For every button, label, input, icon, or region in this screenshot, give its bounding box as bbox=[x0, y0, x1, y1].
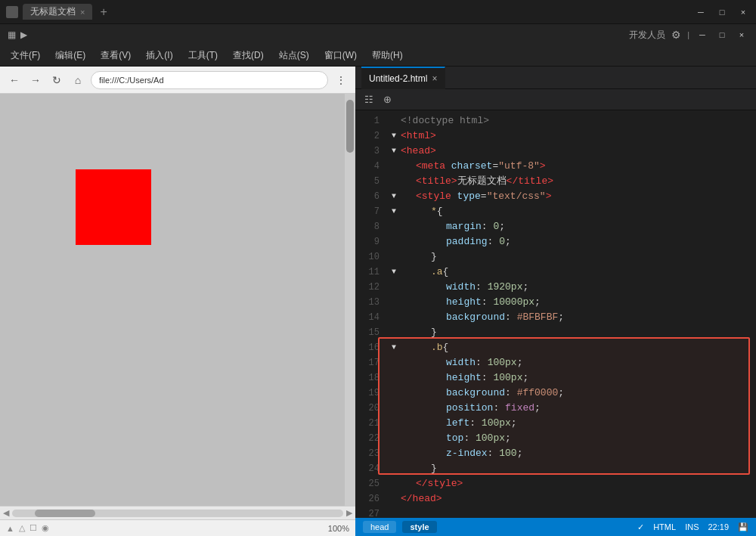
code-line: left: 100px; bbox=[392, 416, 750, 431]
console-icon[interactable]: ▶ bbox=[20, 29, 27, 40]
menu-view[interactable]: 查看(V) bbox=[93, 48, 138, 64]
zoom-level: 100% bbox=[328, 524, 349, 533]
dt-close-button[interactable]: × bbox=[735, 28, 748, 42]
browser-statusbar: ▲ △ ☐ ◉ 100% bbox=[0, 519, 355, 536]
tab-head[interactable]: head bbox=[363, 521, 396, 533]
back-button[interactable]: ← bbox=[6, 72, 23, 88]
menu-window[interactable]: 窗口(W) bbox=[317, 48, 364, 64]
code-line: background: #ff0000; bbox=[392, 386, 750, 401]
status-right: 100% bbox=[328, 524, 349, 533]
code-line: width: 100px; bbox=[392, 355, 750, 370]
tab-close[interactable]: × bbox=[80, 8, 85, 17]
code-line: margin: 0; bbox=[392, 219, 750, 234]
forward-button[interactable]: → bbox=[27, 72, 44, 88]
minimize-button[interactable]: ─ bbox=[694, 5, 708, 19]
devtools-title: 开发人员 bbox=[629, 29, 665, 42]
code-line: ▼ <style type="text/css"> bbox=[392, 189, 750, 204]
tab-style[interactable]: style bbox=[402, 521, 436, 533]
cursor-position: 22:19 bbox=[708, 522, 729, 531]
toolbar-icon-2[interactable]: ⊕ bbox=[380, 92, 395, 107]
status-icons: ▲ △ ☐ ◉ bbox=[6, 523, 49, 533]
menu-help[interactable]: 帮助(H) bbox=[364, 48, 411, 64]
address-text: file:///C:/Users/Ad bbox=[99, 76, 164, 85]
separator: | bbox=[687, 30, 689, 39]
scrollbar-thumb[interactable] bbox=[346, 100, 354, 153]
menu-tools[interactable]: 工具(T) bbox=[181, 48, 225, 64]
devtools-menubar: 文件(F) 编辑(E) 查看(V) 插入(I) 工具(T) 查找(D) 站点(S… bbox=[0, 45, 756, 67]
code-line: ▼ <html> bbox=[392, 129, 750, 144]
scroll-right-button[interactable]: ▶ bbox=[346, 508, 352, 518]
browser-toolbar: ← → ↻ ⌂ file:///C:/Users/Ad ⋮ bbox=[0, 67, 355, 94]
browser-content bbox=[0, 94, 355, 506]
code-content[interactable]: 12345 678910 1112131415 1617181920 21222… bbox=[355, 110, 756, 518]
code-line: ▼ <head> bbox=[392, 144, 750, 159]
refresh-button[interactable]: ↻ bbox=[48, 72, 65, 88]
settings-icon[interactable]: ⚙ bbox=[671, 29, 681, 41]
menu-edit[interactable]: 编辑(E) bbox=[48, 48, 93, 64]
code-line: width: 1920px; bbox=[392, 280, 750, 295]
address-bar[interactable]: file:///C:/Users/Ad bbox=[91, 71, 328, 89]
code-line: <title>无标题文档</title> bbox=[392, 174, 750, 189]
browser-tab[interactable]: 无标题文档 × bbox=[23, 4, 92, 20]
inspector-icon[interactable]: ▦ bbox=[8, 29, 16, 40]
code-line: <!doctype html> bbox=[392, 113, 750, 129]
window-controls: ─ □ × bbox=[694, 5, 750, 19]
code-line: } bbox=[392, 461, 750, 476]
code-line: <meta charset="utf-8"> bbox=[392, 159, 750, 174]
devtools-icons-left: ▦ ▶ bbox=[8, 29, 27, 40]
save-icon[interactable]: 💾 bbox=[738, 522, 748, 532]
horizontal-scrollbar[interactable] bbox=[12, 510, 343, 517]
status-icon-1: ▲ bbox=[6, 524, 14, 533]
bottom-tabs: head style bbox=[363, 521, 437, 533]
toolbar-icon-1[interactable]: ☷ bbox=[361, 92, 376, 107]
menu-find[interactable]: 查找(D) bbox=[225, 48, 271, 64]
code-line: top: 100px; bbox=[392, 431, 750, 446]
menu-site[interactable]: 站点(S) bbox=[271, 48, 317, 64]
home-button[interactable]: ⌂ bbox=[70, 72, 86, 88]
code-line: ▼ .b{ bbox=[392, 340, 750, 355]
line-numbers: 12345 678910 1112131415 1617181920 21222… bbox=[355, 110, 386, 518]
devtools-topbar-right: 开发人员 ⚙ | ─ □ × bbox=[629, 28, 748, 42]
code-line: } bbox=[392, 249, 750, 265]
code-line: </head> bbox=[392, 491, 750, 507]
code-line: } bbox=[392, 325, 750, 340]
browser-icon bbox=[6, 6, 18, 18]
code-body: <!doctype html> ▼ <html> ▼ <head> bbox=[386, 110, 756, 518]
menu-file[interactable]: 文件(F) bbox=[3, 48, 48, 64]
red-box bbox=[76, 169, 151, 245]
vertical-scrollbar[interactable] bbox=[345, 94, 355, 506]
close-button[interactable]: × bbox=[736, 5, 750, 19]
devtools-topbar: ▦ ▶ 开发人员 ⚙ | ─ □ × bbox=[0, 24, 756, 45]
dt-maximize-button[interactable]: □ bbox=[715, 28, 729, 42]
browser-bottom-bar: ◀ ▶ bbox=[0, 506, 355, 519]
tab-close-icon[interactable]: × bbox=[432, 73, 437, 84]
menu-insert[interactable]: 插入(I) bbox=[138, 48, 180, 64]
validation-icon: ✓ bbox=[637, 522, 644, 532]
tab-title: 无标题文档 bbox=[30, 5, 76, 18]
code-line: background: #BFBFBF; bbox=[392, 310, 750, 325]
dt-minimize-button[interactable]: ─ bbox=[696, 28, 709, 42]
language-indicator: HTML bbox=[653, 522, 676, 531]
editor-panel: Untitled-2.html × ☷ ⊕ 12345 678910 11121… bbox=[355, 67, 756, 536]
code-line: </style> bbox=[392, 476, 750, 491]
editor-toolbar: ☷ ⊕ bbox=[355, 89, 756, 110]
status-icon-2: △ bbox=[19, 523, 25, 533]
code-line: ▼ *{ bbox=[392, 204, 750, 219]
code-line: z-index: 100; bbox=[392, 446, 750, 461]
h-scrollbar-thumb[interactable] bbox=[35, 510, 95, 517]
scroll-left-button[interactable]: ◀ bbox=[3, 508, 9, 518]
editor-tab-html[interactable]: Untitled-2.html × bbox=[361, 67, 445, 89]
code-line: padding: 0; bbox=[392, 234, 750, 249]
maximize-button[interactable]: □ bbox=[715, 5, 729, 19]
title-bar-left: 无标题文档 × + bbox=[6, 4, 689, 20]
title-bar: 无标题文档 × + ─ □ × bbox=[0, 0, 756, 24]
code-lines: 12345 678910 1112131415 1617181920 21222… bbox=[355, 110, 756, 518]
editor-tabbar: Untitled-2.html × bbox=[355, 67, 756, 89]
browser-panel: ← → ↻ ⌂ file:///C:/Users/Ad ⋮ ◀ ▶ bbox=[0, 67, 355, 536]
main-area: ← → ↻ ⌂ file:///C:/Users/Ad ⋮ ◀ ▶ bbox=[0, 67, 756, 536]
code-line bbox=[392, 507, 750, 518]
code-line: height: 10000px; bbox=[392, 295, 750, 310]
new-tab-button[interactable]: + bbox=[100, 5, 107, 19]
editor-bottom-bar: head style ✓ HTML INS 22:19 💾 bbox=[355, 518, 756, 536]
browser-more-button[interactable]: ⋮ bbox=[333, 72, 349, 88]
